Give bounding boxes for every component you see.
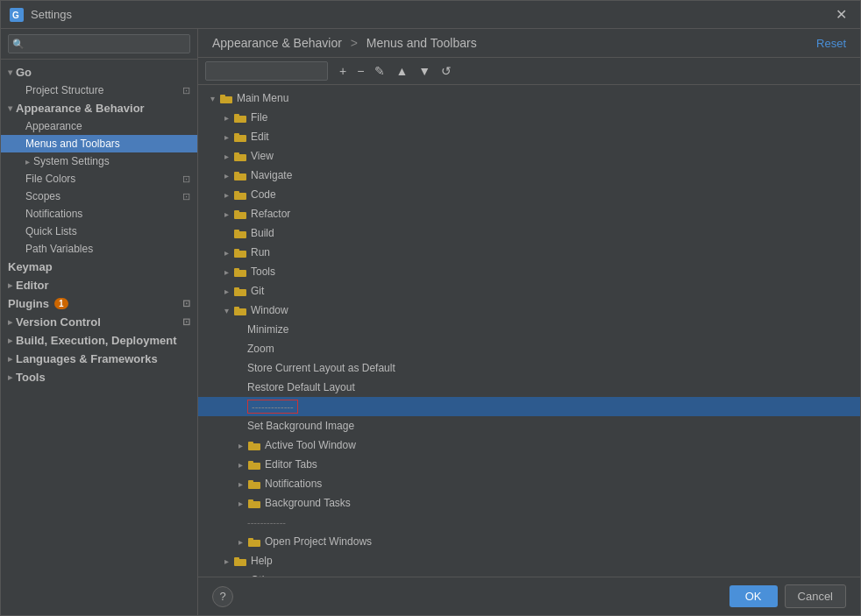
edit-icon: ✎: [374, 64, 385, 78]
svg-rect-7: [234, 154, 246, 161]
sidebar-item-plugins[interactable]: Plugins 1 ⊡: [1, 294, 197, 313]
folder-icon: [247, 498, 261, 508]
edit-button[interactable]: ✎: [370, 61, 389, 81]
folder-icon: [219, 93, 233, 103]
tree-item-edit[interactable]: ▸ Edit: [198, 127, 860, 146]
tree-item-set-bg[interactable]: ▸ Set Background Image: [198, 416, 860, 435]
sidebar-item-file-colors[interactable]: File Colors ⊡: [1, 170, 197, 188]
ok-button[interactable]: OK: [729, 585, 778, 607]
help-button[interactable]: ?: [212, 586, 233, 607]
separator2-label: ------------: [247, 517, 286, 527]
tree-item-active-tool[interactable]: ▸ Active Tool Window: [198, 435, 860, 455]
sidebar-item-quick-lists[interactable]: Quick Lists: [1, 223, 197, 240]
tree-item-build[interactable]: ▸ Build: [198, 223, 860, 243]
tree-item-bg-tasks[interactable]: ▸ Background Tasks: [198, 493, 860, 513]
tree-item-minimize[interactable]: ▸ Minimize: [198, 320, 860, 339]
tree-item-zoom[interactable]: ▸ Zoom: [198, 339, 860, 358]
chevron-right-icon: ▸: [8, 354, 12, 364]
reset-tree-button[interactable]: ↺: [437, 61, 456, 81]
sidebar-item-label: Appearance: [25, 120, 82, 132]
tree-item-label: Background Tasks: [265, 497, 857, 509]
svg-rect-28: [248, 461, 253, 464]
sidebar-item-go[interactable]: ▾ Go: [1, 63, 197, 81]
chevron-right-icon: ▸: [233, 479, 247, 489]
sidebar-item-label: Quick Lists: [25, 225, 77, 237]
sidebar-item-editor[interactable]: ▸ Editor: [1, 276, 197, 294]
tree-item-label: Main Menu: [237, 92, 857, 104]
tree-item-open-proj[interactable]: ▸ Open Project Windows: [198, 532, 860, 551]
move-up-button[interactable]: ▲: [391, 61, 412, 81]
dialog-buttons: ? OK Cancel: [198, 577, 860, 615]
sidebar-search-input[interactable]: [8, 34, 190, 53]
close-button[interactable]: ✕: [830, 4, 851, 25]
sidebar-item-tools[interactable]: ▸ Tools: [1, 368, 197, 386]
chevron-right-icon: ▸: [219, 209, 233, 219]
tree-item-git[interactable]: ▸ Git: [198, 281, 860, 301]
chevron-right-icon: ▸: [219, 152, 233, 161]
svg-rect-23: [234, 308, 246, 315]
tree-search-input[interactable]: [205, 61, 328, 81]
folder-icon: [233, 247, 247, 258]
svg-rect-36: [234, 557, 239, 560]
sidebar-item-label: Scopes: [25, 190, 60, 202]
tree-item-editor-tabs[interactable]: ▸ Editor Tabs: [198, 455, 860, 474]
tree-item-code[interactable]: ▸ Code: [198, 185, 860, 204]
sidebar-item-path-variables[interactable]: Path Variables: [1, 240, 197, 258]
svg-rect-3: [234, 116, 246, 123]
tree-item-separator2[interactable]: ▸ ------------: [198, 513, 860, 532]
sidebar-item-appearance[interactable]: Appearance: [1, 117, 197, 135]
sidebar-item-languages[interactable]: ▸ Languages & Frameworks: [1, 350, 197, 368]
tree-item-refactor[interactable]: ▸ Refactor: [198, 204, 860, 223]
tree-item-file[interactable]: ▸ File: [198, 108, 860, 127]
tree-item-tools[interactable]: ▸ Tools: [198, 262, 860, 281]
svg-rect-21: [234, 289, 246, 296]
breadcrumb-part2: Menus and Toolbars: [366, 36, 477, 50]
sidebar-item-menus-toolbars[interactable]: Menus and Toolbars: [1, 135, 197, 152]
svg-text:G: G: [12, 11, 19, 20]
tree-item-help[interactable]: ▸ Help: [198, 551, 860, 570]
tree-item-label: Code: [251, 188, 857, 201]
chevron-down-icon: ▾: [205, 94, 219, 103]
sidebar-item-label: Editor: [16, 279, 49, 292]
tree-item-other[interactable]: ▸ Other: [198, 570, 860, 577]
sidebar-item-label: Tools: [16, 371, 46, 384]
sidebar-item-system-settings[interactable]: ▸ System Settings: [1, 152, 197, 170]
content-area: 🔍 ▾ Go Project Structure ⊡ ▾ Appearance: [1, 29, 860, 615]
tree-item-main-menu[interactable]: ▾ Main Menu: [198, 89, 860, 108]
tree-item-navigate[interactable]: ▸ Navigate: [198, 166, 860, 185]
tree-item-separator1[interactable]: ▸ -------------: [198, 397, 860, 416]
sidebar-item-notifications[interactable]: Notifications: [1, 205, 197, 223]
tree-item-run[interactable]: ▸ Run: [198, 243, 860, 262]
sidebar-item-label: File Colors: [25, 173, 75, 185]
tree-item-label: Edit: [251, 131, 857, 143]
sidebar-item-keymap[interactable]: Keymap: [1, 258, 197, 276]
sidebar-item-appearance-behavior[interactable]: ▾ Appearance & Behavior: [1, 99, 197, 117]
tree-item-restore-layout[interactable]: ▸ Restore Default Layout: [198, 378, 860, 397]
move-down-button[interactable]: ▼: [414, 61, 435, 81]
titlebar: G Settings ✕: [1, 1, 860, 29]
reset-button[interactable]: Reset: [816, 37, 846, 50]
folder-icon: [247, 536, 261, 547]
tree-item-view[interactable]: ▸ View: [198, 146, 860, 166]
separator-visual: -------------: [247, 400, 298, 414]
folder-icon: [247, 478, 261, 489]
sidebar-item-build-execution[interactable]: ▸ Build, Execution, Deployment: [1, 331, 197, 350]
svg-rect-32: [248, 499, 253, 502]
tree-item-label: Open Project Windows: [265, 535, 857, 548]
svg-rect-2: [220, 95, 225, 97]
tree-item-store-layout[interactable]: ▸ Store Current Layout as Default: [198, 358, 860, 378]
chevron-right-icon: ▸: [8, 336, 12, 345]
cancel-button[interactable]: Cancel: [785, 584, 846, 608]
svg-rect-29: [248, 482, 260, 489]
add-button[interactable]: +: [335, 61, 351, 81]
remove-icon: −: [357, 64, 364, 78]
tree-item-notifications2[interactable]: ▸ Notifications: [198, 474, 860, 493]
chevron-right-icon: ▸: [8, 280, 12, 290]
sidebar-item-version-control[interactable]: ▸ Version Control ⊡: [1, 313, 197, 331]
tree-item-window[interactable]: ▾ Window: [198, 301, 860, 320]
remove-button[interactable]: −: [352, 61, 368, 81]
sidebar-item-scopes[interactable]: Scopes ⊡: [1, 188, 197, 205]
sidebar-item-project-structure[interactable]: Project Structure ⊡: [1, 81, 197, 99]
chevron-right-icon: ▸: [219, 556, 233, 566]
chevron-right-icon: ▸: [219, 248, 233, 258]
